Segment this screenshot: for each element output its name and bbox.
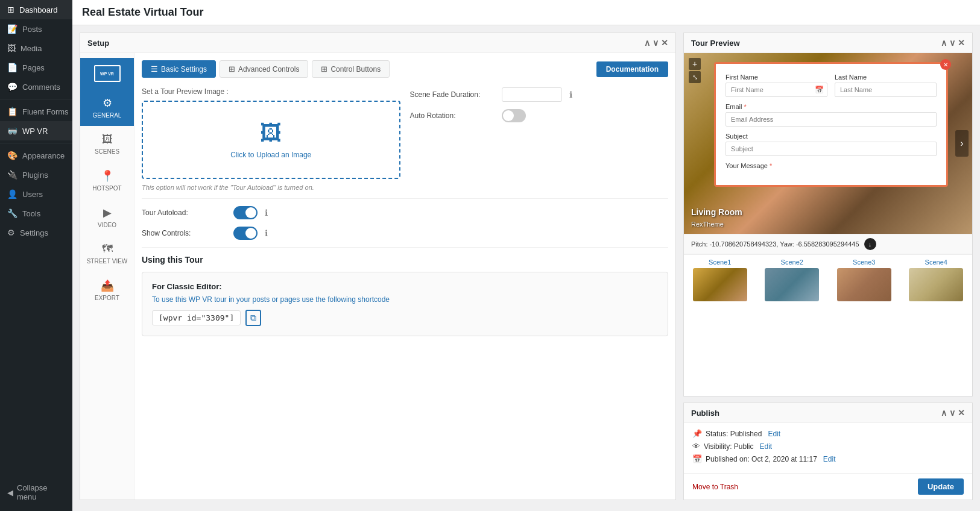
auto-rotation-toggle[interactable] (502, 109, 526, 122)
setup-sidebar-item-scenes[interactable]: 🖼 SCENES (80, 126, 134, 162)
sidebar-item-tools[interactable]: 🔧 Tools (0, 204, 72, 223)
sidebar-item-posts[interactable]: 📝 Posts (0, 19, 72, 39)
documentation-button[interactable]: Documentation (596, 61, 668, 77)
publish-chevron-up[interactable]: ∧ (941, 408, 947, 418)
street-view-icon: 🗺 (102, 243, 113, 256)
tour-autoload-info-icon[interactable]: ℹ (265, 208, 268, 218)
setup-sidebar-item-general[interactable]: WP VR (80, 58, 134, 89)
sidebar-item-pages[interactable]: 📄 Pages (0, 58, 72, 77)
show-controls-info-icon[interactable]: ℹ (265, 228, 268, 238)
subject-input[interactable] (726, 142, 937, 156)
scenes-label: SCENES (95, 148, 119, 155)
pitch-text: Pitch: -10.708620758494323, Yaw: -6.5582… (691, 240, 859, 248)
scene-thumb-2[interactable]: Scene2 (756, 255, 829, 305)
overlay-close-button[interactable]: ✕ (940, 59, 951, 70)
first-name-input[interactable] (726, 83, 827, 97)
sidebar-item-wp-vr[interactable]: 🥽 WP VR (0, 121, 72, 140)
status-edit-link[interactable]: Edit (768, 430, 780, 438)
export-icon: 📤 (101, 279, 114, 292)
sidebar-item-dashboard[interactable]: ⊞ Dashboard (0, 0, 72, 19)
show-controls-toggle[interactable] (233, 227, 258, 240)
tab-basic-label: Basic Settings (161, 65, 207, 74)
last-name-input[interactable] (835, 83, 937, 97)
tab-control-buttons[interactable]: ⊞ Control Buttons (312, 60, 390, 78)
sidebar-item-label: Settings (20, 228, 48, 237)
setup-sidebar-item-video[interactable]: ▶ VIDEO (80, 199, 134, 236)
publish-chevron-down[interactable]: ∨ (949, 408, 955, 418)
tab-advanced-controls[interactable]: ⊞ Advanced Controls (220, 60, 308, 78)
tab-basic-settings[interactable]: ☰ Basic Settings (142, 60, 216, 78)
sidebar-item-users[interactable]: 👤 Users (0, 184, 72, 204)
overlay-name-row: First Name 📅 Last Name (726, 74, 937, 97)
publish-date-row: 📅 Published on: Oct 2, 2020 at 11:17 Edi… (692, 454, 964, 463)
tour-preview-chevron-down[interactable]: ∨ (949, 38, 955, 48)
scene-thumb-3[interactable]: Scene3 (828, 255, 900, 305)
hotspot-label: HOTSPOT (92, 185, 121, 192)
publish-close[interactable]: ✕ (958, 408, 965, 418)
sidebar-item-fluent-forms[interactable]: 📋 Fluent Forms (0, 102, 72, 121)
video-label: VIDEO (98, 222, 116, 228)
first-name-field: First Name 📅 (726, 74, 827, 97)
sidebar-item-settings[interactable]: ⚙ Settings (0, 223, 72, 242)
setup-sidebar-item-export[interactable]: 📤 EXPORT (80, 272, 134, 309)
download-icon[interactable]: ↓ (864, 238, 876, 250)
update-button[interactable]: Update (918, 478, 964, 495)
tour-preview-box: Tour Preview ∧ ∨ ✕ + ⤡ › ✕ (683, 33, 973, 397)
tour-preview-chevron-up[interactable]: ∧ (941, 38, 947, 48)
setup-sidebar-item-hotspot[interactable]: 📍 HOTSPOT (80, 162, 134, 199)
page-title: Real Estate Virtual Tour (72, 0, 980, 25)
sidebar-item-label: Users (22, 190, 43, 199)
shortcode-value: [wpvr id="3309"] (152, 310, 241, 325)
email-input[interactable] (726, 112, 937, 127)
sidebar-item-media[interactable]: 🖼 Media (0, 39, 72, 58)
visibility-edit-link[interactable]: Edit (759, 442, 772, 451)
sidebar-item-label: Posts (22, 25, 42, 34)
setup-main: ☰ Basic Settings ⊞ Advanced Controls ⊞ C… (134, 53, 675, 500)
zoom-in-ctrl[interactable]: + (689, 58, 701, 70)
hotspot-icon: 📍 (101, 169, 114, 183)
sidebar-item-appearance[interactable]: 🎨 Appearance (0, 146, 72, 165)
visibility-icon: 👁 (692, 442, 700, 451)
calendar-pub-icon: 📅 (692, 454, 702, 463)
chevron-up-icon[interactable]: ∧ (644, 38, 650, 48)
chevron-down-icon[interactable]: ∨ (653, 38, 659, 48)
sidebar-item-plugins[interactable]: 🔌 Plugins (0, 165, 72, 184)
subject-field: Subject (726, 133, 937, 156)
copy-shortcode-button[interactable]: ⧉ (245, 310, 261, 326)
upload-area[interactable]: 🖼 Click to Upload an Image (142, 101, 400, 179)
close-icon[interactable]: ✕ (661, 38, 668, 48)
setup-title: Setup (87, 39, 109, 48)
status-label: Status: Published (706, 430, 762, 438)
scene-thumb-1[interactable]: Scene1 (684, 255, 756, 305)
first-name-label: First Name (726, 74, 827, 81)
collapse-icon: ◀ (7, 488, 13, 497)
left-panel: Setup ∧ ∨ ✕ WP VR ⚙ (80, 33, 676, 500)
main-content: Real Estate Virtual Tour Setup ∧ ∨ ✕ (72, 0, 980, 511)
general-icon: ⚙ (103, 96, 112, 110)
setup-sidebar-item-general-label[interactable]: ⚙ GENERAL (80, 89, 134, 126)
scene-fade-info-icon[interactable]: ℹ (569, 90, 572, 99)
sidebar-item-comments[interactable]: 💬 Comments (0, 77, 72, 96)
tour-autoload-toggle[interactable] (233, 206, 258, 219)
publish-visibility-row: 👁 Visibility: Public Edit (692, 442, 964, 451)
last-name-label: Last Name (835, 74, 937, 81)
nav-arrow-right[interactable]: › (955, 130, 969, 157)
scene-fade-input[interactable] (502, 87, 562, 102)
expand-ctrl[interactable]: ⤡ (689, 71, 701, 83)
publish-box: Publish ∧ ∨ ✕ 📌 Status: Published Edit 👁 (683, 403, 973, 500)
collapse-menu[interactable]: ◀ Collapse menu (0, 478, 72, 506)
move-to-trash-link[interactable]: Move to Trash (692, 483, 738, 491)
tour-preview-close[interactable]: ✕ (958, 38, 965, 48)
setup-box: Setup ∧ ∨ ✕ WP VR ⚙ (80, 33, 676, 500)
room-label: Living Room (691, 207, 742, 217)
published-edit-link[interactable]: Edit (823, 455, 836, 463)
shortcode-description-link[interactable]: To use this WP VR tour in your posts or … (152, 295, 390, 304)
sidebar-item-label: Pages (22, 63, 45, 72)
upload-icon: 🖼 (260, 121, 282, 146)
scene-thumb-4[interactable]: Scene4 (900, 255, 973, 305)
tour-autoload-label: Tour Autoload: (142, 208, 226, 217)
setup-sidebar-item-street-view[interactable]: 🗺 STREET VIEW (80, 236, 134, 272)
message-label: Your Message * (726, 162, 937, 169)
sidebar-item-label: Plugins (22, 171, 48, 180)
brand-label: RexTheme (691, 221, 724, 228)
